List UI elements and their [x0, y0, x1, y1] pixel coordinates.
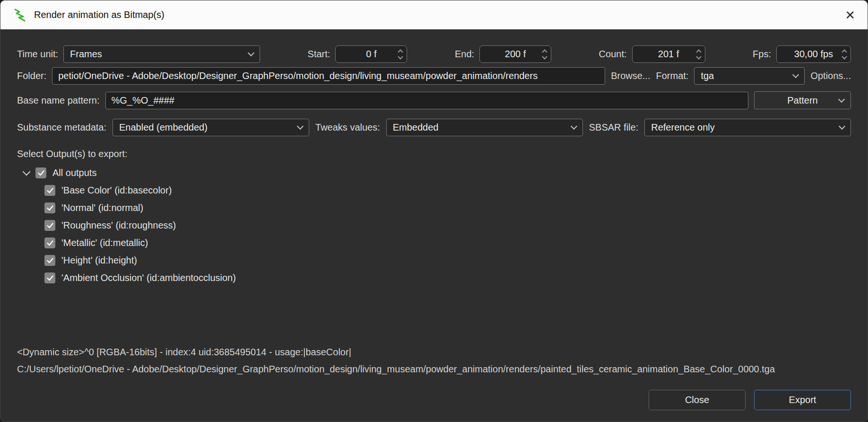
- spinner-arrows: [842, 46, 846, 62]
- output-checkbox[interactable]: [44, 273, 55, 283]
- close-icon[interactable]: ✕: [845, 9, 855, 21]
- spin-down-icon[interactable]: [542, 54, 547, 59]
- output-label: 'Metallic' (id:metallic): [61, 237, 148, 248]
- chevron-down-icon: [248, 50, 254, 56]
- metadata-row: Substance metadata: Enabled (embedded) T…: [17, 119, 851, 136]
- time-unit-value: Frames: [70, 49, 102, 60]
- spinner-arrows: [399, 46, 402, 62]
- tweaks-values-value: Embedded: [393, 122, 439, 133]
- spacer: [17, 287, 851, 343]
- output-label: 'Normal' (id:normal): [61, 202, 143, 213]
- substance-metadata-dropdown[interactable]: Enabled (embedded): [113, 119, 309, 136]
- base-name-row: Base name pattern: Pattern: [17, 91, 851, 109]
- chevron-down-icon: [571, 123, 577, 130]
- base-name-input[interactable]: [105, 92, 748, 109]
- browse-button[interactable]: Browse...: [611, 70, 650, 81]
- dialog-body: Time unit: Frames Start: 0 f End:: [0, 29, 868, 422]
- outputs-tree: All outputs 'Base Color' (id:basecolor) …: [17, 164, 851, 287]
- options-button[interactable]: Options...: [810, 70, 851, 81]
- footer: Close Export: [17, 390, 851, 410]
- spinner-arrows: [697, 46, 701, 62]
- app-icon: [13, 8, 27, 22]
- check-icon: [47, 205, 53, 211]
- check-icon: [47, 275, 53, 281]
- output-row[interactable]: 'Metallic' (id:metallic): [17, 234, 851, 252]
- chevron-down-icon: [297, 123, 304, 130]
- output-row[interactable]: 'Ambient Occlusion' (id:ambientocclusion…: [17, 269, 851, 287]
- format-dropdown[interactable]: tga: [694, 67, 805, 85]
- format-value: tga: [701, 70, 714, 81]
- start-label: Start:: [308, 49, 330, 60]
- output-format-info: <Dynamic size>^0 [RGBA-16bits] - index:4…: [17, 343, 851, 360]
- substance-metadata-label: Substance metadata:: [17, 122, 106, 133]
- end-spinner[interactable]: 200 f: [479, 45, 551, 63]
- tweaks-values-dropdown[interactable]: Embedded: [386, 119, 583, 136]
- check-icon: [38, 170, 44, 176]
- output-info: <Dynamic size>^0 [RGBA-16bits] - index:4…: [17, 343, 851, 378]
- output-label: 'Base Color' (id:basecolor): [61, 185, 172, 196]
- output-label: 'Ambient Occlusion' (id:ambientocclusion…: [61, 273, 236, 283]
- sbsar-file-value: Reference only: [651, 122, 715, 133]
- fps-spinner[interactable]: 30,00 fps: [776, 45, 851, 63]
- output-checkbox[interactable]: [44, 255, 55, 266]
- chevron-down-icon: [838, 96, 845, 102]
- output-checkbox[interactable]: [44, 237, 55, 248]
- substance-metadata-value: Enabled (embedded): [119, 122, 208, 133]
- end-value: 200 f: [505, 49, 526, 60]
- all-outputs-label: All outputs: [52, 167, 96, 178]
- chevron-down-icon: [839, 123, 845, 130]
- time-unit-label: Time unit:: [17, 49, 58, 60]
- output-row[interactable]: 'Height' (id:height): [17, 252, 851, 269]
- output-checkbox[interactable]: [44, 220, 55, 231]
- folder-input[interactable]: [52, 67, 605, 85]
- count-value: 201 f: [658, 49, 679, 60]
- start-value: 0 f: [366, 49, 376, 60]
- tweaks-values-label: Tweaks values:: [315, 122, 380, 133]
- output-label: 'Height' (id:height): [61, 255, 137, 266]
- folder-label: Folder:: [17, 70, 46, 81]
- output-row[interactable]: 'Base Color' (id:basecolor): [17, 182, 851, 199]
- export-button[interactable]: Export: [754, 390, 851, 410]
- expand-chevron-icon[interactable]: [23, 167, 31, 176]
- count-spinner[interactable]: 201 f: [632, 45, 705, 63]
- sbsar-file-label: SBSAR file:: [589, 122, 638, 133]
- sbsar-file-dropdown[interactable]: Reference only: [644, 119, 851, 136]
- check-icon: [47, 188, 53, 193]
- spin-up-icon[interactable]: [398, 49, 403, 54]
- output-row[interactable]: 'Normal' (id:normal): [17, 199, 851, 217]
- all-outputs-row[interactable]: All outputs: [17, 164, 851, 182]
- start-spinner[interactable]: 0 f: [335, 45, 407, 63]
- spin-down-icon[interactable]: [398, 54, 403, 59]
- select-outputs-label: Select Output(s) to export:: [17, 149, 851, 159]
- output-path-info: C:/Users/lpetiot/OneDrive - Adobe/Deskto…: [17, 360, 851, 378]
- check-icon: [47, 258, 53, 264]
- pattern-dropdown-button[interactable]: Pattern: [754, 91, 851, 109]
- fps-value: 30,00 fps: [794, 49, 833, 60]
- pattern-button-label: Pattern: [787, 95, 817, 106]
- output-label: 'Roughness' (id:roughness): [61, 220, 176, 231]
- chevron-down-icon: [792, 71, 799, 78]
- all-outputs-checkbox[interactable]: [35, 167, 46, 178]
- check-icon: [47, 240, 53, 246]
- titlebar: Render animation as Bitmap(s) ✕: [0, 0, 868, 29]
- time-unit-dropdown[interactable]: Frames: [63, 45, 260, 63]
- output-row[interactable]: 'Roughness' (id:roughness): [17, 217, 851, 234]
- spin-down-icon[interactable]: [696, 54, 701, 59]
- base-name-label: Base name pattern:: [17, 95, 100, 106]
- format-label: Format:: [656, 70, 688, 81]
- fps-label: Fps:: [753, 49, 771, 60]
- end-label: End:: [455, 49, 474, 60]
- timing-row: Time unit: Frames Start: 0 f End:: [17, 45, 851, 63]
- close-button[interactable]: Close: [649, 390, 746, 410]
- spin-down-icon[interactable]: [842, 54, 847, 59]
- count-label: Count:: [599, 49, 627, 60]
- output-checkbox[interactable]: [44, 202, 55, 213]
- render-animation-dialog: Render animation as Bitmap(s) ✕ Time uni…: [0, 0, 868, 422]
- check-icon: [47, 223, 53, 229]
- output-checkbox[interactable]: [44, 185, 55, 196]
- window-title: Render animation as Bitmap(s): [34, 9, 165, 20]
- spinner-arrows: [543, 46, 547, 62]
- folder-row: Folder: Browse... Format: tga Options...: [17, 67, 851, 85]
